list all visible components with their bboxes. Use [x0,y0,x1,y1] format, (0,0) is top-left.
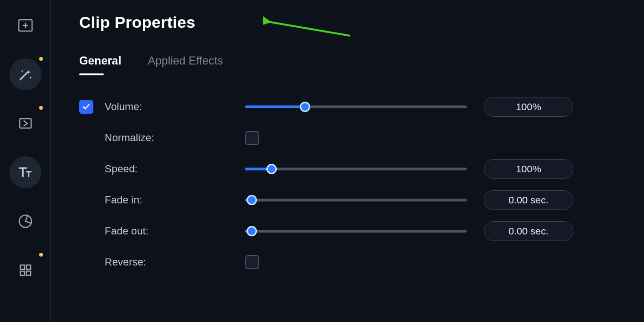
text-icon [17,164,34,181]
slider-thumb[interactable] [266,164,277,174]
volume-checkbox[interactable] [79,100,93,114]
notification-dot-icon [39,57,43,61]
reverse-checkbox[interactable] [245,255,259,269]
volume-value[interactable]: 100% [484,97,573,117]
sidebar-item-more[interactable] [9,254,41,286]
speed-slider[interactable] [245,165,467,173]
sticker-icon [17,213,33,229]
notification-dot-icon [39,106,43,110]
tab-general[interactable]: General [79,54,121,75]
sidebar-item-effects[interactable] [9,58,41,90]
fade-out-slider[interactable] [245,227,467,235]
slider-thumb[interactable] [300,102,310,112]
reverse-label: Reverse: [105,256,146,268]
svg-rect-9 [26,271,31,275]
svg-point-4 [30,77,31,79]
grid-icon [18,263,33,278]
volume-label: Volume: [105,101,142,113]
tabs: General Applied Effects [79,54,616,75]
property-row-speed: Speed: 100% [79,153,616,185]
page-title: Clip Properties [79,13,616,32]
fade-in-label: Fade in: [105,194,142,206]
add-folder-icon [17,17,34,34]
normalize-label: Normalize: [105,132,154,144]
transition-icon [17,115,33,131]
magic-wand-icon [17,66,33,82]
svg-rect-8 [20,271,25,275]
app-root: Clip Properties General Applied Effects … [0,0,644,322]
fade-in-value[interactable]: 0.00 sec. [484,190,573,210]
slider-thumb[interactable] [247,195,257,205]
slider-track [245,230,467,233]
sidebar [0,0,51,322]
tab-applied-effects[interactable]: Applied Effects [148,54,223,75]
property-row-fade-in: Fade in: 0.00 sec. [79,185,616,216]
sidebar-item-transitions[interactable] [9,107,41,139]
slider-track [245,168,467,170]
volume-slider[interactable] [245,103,467,111]
svg-rect-5 [20,119,31,128]
main-panel: Clip Properties General Applied Effects … [51,0,644,322]
sidebar-item-import[interactable] [9,9,41,41]
svg-rect-6 [20,265,25,269]
slider-fill [245,105,305,108]
slider-thumb[interactable] [247,226,257,236]
property-row-normalize: Normalize: [79,122,616,153]
fade-out-value[interactable]: 0.00 sec. [484,221,573,241]
fade-in-slider[interactable] [245,196,467,204]
slider-track [245,199,467,201]
sidebar-item-stickers[interactable] [9,205,41,237]
svg-rect-7 [26,265,31,269]
svg-point-3 [21,71,23,72]
speed-label: Speed: [105,163,138,175]
sidebar-item-titles[interactable] [9,156,41,188]
notification-dot-icon [39,253,43,257]
properties-list: Volume: 100% Normalize: [79,91,616,278]
property-row-fade-out: Fade out: 0.00 sec. [79,216,616,247]
fade-out-label: Fade out: [105,225,149,237]
property-row-reverse: Reverse: [79,247,616,278]
property-row-volume: Volume: 100% [79,91,616,122]
normalize-checkbox[interactable] [245,131,259,145]
speed-value[interactable]: 100% [484,159,573,179]
